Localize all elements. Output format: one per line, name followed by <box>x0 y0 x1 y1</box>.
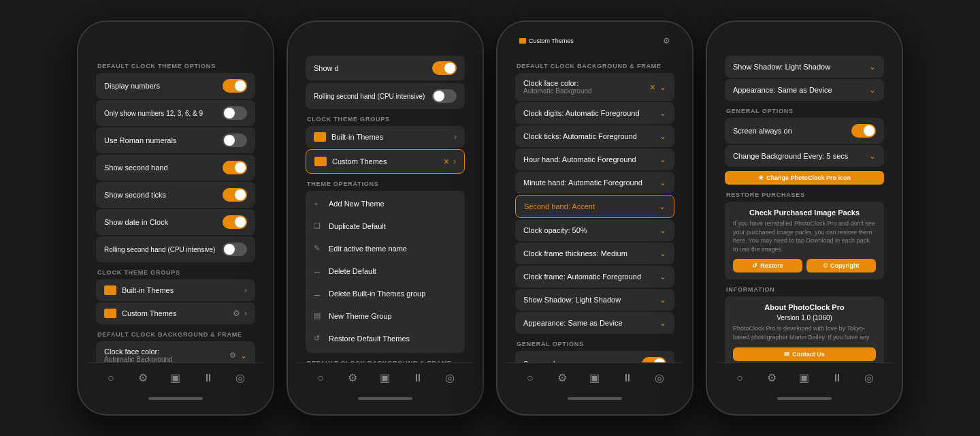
dropdown-clock-face[interactable]: Clock face color: Automatic Background ⚙… <box>96 341 255 362</box>
nav-target-icon[interactable]: ◎ <box>232 371 248 384</box>
phone1-section1-header: DEFAULT CLOCK THEME OPTIONS <box>97 63 255 69</box>
setting-row[interactable]: Display numbers <box>96 73 255 99</box>
rolling-toggle-row[interactable]: Rolling second hand (CPU intensive) <box>306 83 465 109</box>
menu-duplicate[interactable]: ❑ Duplicate Default <box>306 215 465 236</box>
bottom-nav: ○ ⚙ ▣ ⏸ ◎ <box>507 362 683 392</box>
nav-settings-icon[interactable]: ⚙ <box>554 371 570 384</box>
nav-pause-icon[interactable]: ⏸ <box>200 372 216 384</box>
nav-pause-icon[interactable]: ⏸ <box>410 372 426 384</box>
nav-settings-icon[interactable]: ⚙ <box>135 371 151 384</box>
home-bar <box>568 397 622 400</box>
toggle-roman[interactable] <box>223 134 247 147</box>
nav-pause-icon[interactable]: ⏸ <box>619 372 636 384</box>
gear-icon: ⚙ <box>229 351 236 360</box>
dropdown-digits[interactable]: Clock digits: Automatic Foreground ⌄ <box>515 102 674 124</box>
toggle-second-hand[interactable] <box>223 161 247 174</box>
home-indicator <box>88 392 263 405</box>
dropdown-appearance3[interactable]: Appearance: Same as Device ⌄ <box>515 312 674 334</box>
toggle-show[interactable] <box>432 61 457 75</box>
dropdown-ticks[interactable]: Clock ticks: Automatic Foreground ⌄ <box>515 125 674 147</box>
folder-builtin[interactable]: Built-in Themes › <box>306 126 465 148</box>
dropdown-frame3[interactable]: Clock frame: Automatic Foreground ⌄ <box>515 266 674 287</box>
dropdown-appearance4[interactable]: Appearance: Same as Device ⌄ <box>725 79 884 101</box>
toggle-display-numbers[interactable] <box>223 79 247 93</box>
close-icon[interactable]: × <box>444 156 449 167</box>
dropdown-opacity3[interactable]: Clock opacity: 50% ⌄ <box>515 219 674 241</box>
nav-settings-icon[interactable]: ⚙ <box>344 371 361 384</box>
row-label: Show second ticks <box>104 191 223 199</box>
folder-row-custom[interactable]: Custom Themes ⚙ › <box>96 302 255 324</box>
copyright-button[interactable]: © Copyright <box>806 259 876 272</box>
nav-gallery-icon[interactable]: ▣ <box>167 371 184 384</box>
chevron-icon: ⌄ <box>659 225 666 235</box>
screen-always-on-row[interactable]: Screen always on <box>515 351 674 362</box>
chevron-icon: › <box>453 157 456 166</box>
dropdown-shadow4[interactable]: Show Shadow: Light Shadow ⌄ <box>725 56 884 78</box>
folder-custom-selected[interactable]: Custom Themes × › <box>306 149 465 174</box>
nav-clock-icon[interactable]: ○ <box>312 372 329 384</box>
nav-target-icon[interactable]: ◎ <box>651 371 668 384</box>
nav-target-icon[interactable]: ◎ <box>861 371 877 384</box>
restore-icon: ↺ <box>314 334 323 343</box>
contact-button[interactable]: ✉ Contact Us <box>733 347 876 361</box>
menu-edit-name[interactable]: ✎ Edit active theme name <box>306 238 465 259</box>
setting-row[interactable]: Show second hand <box>96 155 255 181</box>
top-gear-icon[interactable]: ⚙ <box>663 36 670 46</box>
nav-clock-icon[interactable]: ○ <box>522 372 538 384</box>
nav-clock-icon[interactable]: ○ <box>103 372 119 384</box>
dropdown-minute[interactable]: Minute hand: Automatic Foreground ⌄ <box>515 172 674 193</box>
toggle-screen-on4[interactable] <box>851 124 876 138</box>
toggle-screen-on[interactable] <box>642 357 666 362</box>
folder-row-builtin[interactable]: Built-in Themes › <box>96 279 255 301</box>
menu-add-theme[interactable]: + Add New Theme <box>306 193 465 214</box>
nav-target-icon[interactable]: ◎ <box>442 371 458 384</box>
dropdown-label: Change Background Every: 5 secs <box>733 152 848 160</box>
nav-gallery-icon[interactable]: ▣ <box>587 371 603 384</box>
restore-button[interactable]: ↺ Restore <box>733 259 802 272</box>
orange-star-icon: ★ <box>758 174 764 181</box>
menu-delete-default[interactable]: ⚊ Delete Default <box>306 260 465 281</box>
menu-delete-builtin[interactable]: ⚊ Delete Built-in Themes group <box>306 283 465 304</box>
dropdown-hour[interactable]: Hour hand: Automatic Foreground ⌄ <box>515 149 674 170</box>
dropdown-thickness3[interactable]: Clock frame thickness: Medium ⌄ <box>515 243 674 264</box>
setting-row[interactable]: Only show numbers 12, 3, 6, & 9 <box>96 100 255 126</box>
setting-row[interactable]: Rolling second hand (CPU intensive) <box>96 236 255 262</box>
nav-settings-icon[interactable]: ⚙ <box>764 371 780 384</box>
bottom-nav: ○ ⚙ ▣ ⏸ ◎ <box>297 362 473 392</box>
folder-label: Custom Themes <box>332 157 444 166</box>
bottom-nav: ○ ⚙ ▣ ⏸ ◎ <box>88 362 263 392</box>
dropdown-clock-face3[interactable]: Clock face color: Automatic Background ×… <box>515 73 674 101</box>
toggle-only-12369[interactable] <box>223 106 247 120</box>
chevron-icon: ⌄ <box>869 62 876 72</box>
phone-2: Show d Rolling second hand (CPU intensiv… <box>287 20 484 416</box>
menu-label: Edit active theme name <box>329 245 457 253</box>
dropdown-second[interactable]: Second hand: Accent ⌄ <box>515 195 674 218</box>
nav-gallery-icon[interactable]: ▣ <box>796 371 813 384</box>
change-icon-btn-row[interactable]: ★ Change PhotoClock Pro icon <box>725 171 884 185</box>
setting-row[interactable]: Show second ticks <box>96 182 255 208</box>
menu-new-group[interactable]: ▤ New Theme Group <box>306 305 465 326</box>
folder-icon <box>104 309 116 318</box>
setting-row[interactable]: Use Roman numerals <box>96 127 255 153</box>
close-icon[interactable]: × <box>650 82 655 93</box>
toggle-date[interactable] <box>223 215 247 229</box>
menu-label: Add New Theme <box>329 200 457 208</box>
toggle-rolling[interactable] <box>223 243 247 256</box>
nav-pause-icon[interactable]: ⏸ <box>829 372 845 384</box>
change-icon-button[interactable]: ★ Change PhotoClock Pro icon <box>725 171 884 185</box>
toggle-second-ticks[interactable] <box>223 188 247 202</box>
screen-always-on-row4[interactable]: Screen always on <box>725 118 884 144</box>
chevron-icon: ⌄ <box>659 108 666 118</box>
dropdown-label: Appearance: Same as Device <box>733 86 832 94</box>
toggle-rolling2[interactable] <box>432 89 457 103</box>
menu-restore-themes[interactable]: ↺ Restore Default Themes <box>306 328 465 349</box>
dropdown-shadow3[interactable]: Show Shadow: Light Shadow ⌄ <box>515 289 674 311</box>
nav-gallery-icon[interactable]: ▣ <box>377 371 393 384</box>
dropdown-bg-change4[interactable]: Change Background Every: 5 secs ⌄ <box>725 145 884 167</box>
setting-row[interactable]: Show date in Clock <box>96 209 255 235</box>
nav-clock-icon[interactable]: ○ <box>732 372 748 384</box>
folder-icon <box>104 285 116 295</box>
row-label: Only show numbers 12, 3, 6, & 9 <box>104 110 223 117</box>
dropdown-label: Hour hand: Automatic Foreground <box>523 155 636 164</box>
show-toggle-row[interactable]: Show d <box>306 56 465 80</box>
